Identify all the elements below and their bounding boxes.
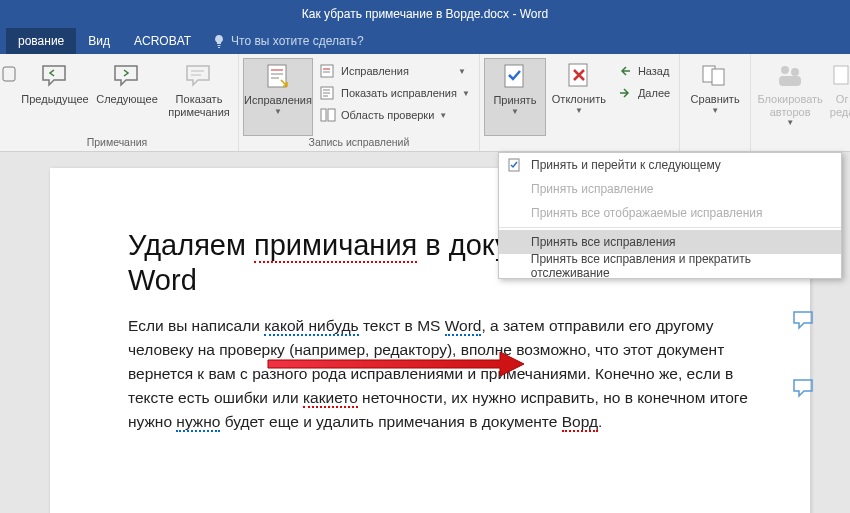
comment-prev-icon	[38, 61, 72, 91]
group-tracking: Исправления ▼ Исправления ▼ Показать исп…	[239, 54, 480, 151]
svg-point-21	[791, 68, 799, 76]
show-markup-icon	[320, 85, 336, 101]
tab-view[interactable]: Вид	[76, 28, 122, 54]
group-protect: Блокировать авторов ▼ Ог реда	[751, 54, 850, 151]
svg-rect-3	[268, 65, 286, 87]
label: Отклонить	[552, 93, 606, 106]
svg-rect-0	[3, 67, 15, 81]
window-title: Как убрать примечание в Ворде.docx - Wor…	[302, 7, 548, 21]
label: Сравнить	[691, 93, 740, 106]
accept-check-icon	[507, 157, 523, 173]
label: Блокировать авторов	[757, 93, 823, 118]
accept-button[interactable]: Принять ▼	[484, 58, 546, 136]
group-changes: Принять ▼ Отклонить ▼ Назад Далее	[480, 54, 680, 151]
back-arrow-icon	[617, 63, 633, 79]
svg-rect-22	[779, 76, 801, 86]
reject-icon	[562, 61, 596, 91]
accept-icon	[498, 62, 532, 92]
dropdown-caret-icon: ▼	[786, 118, 794, 127]
svg-rect-7	[321, 65, 333, 77]
show-comments-button[interactable]: Показать примечания	[164, 58, 234, 136]
chevron-down-icon: ▼	[462, 89, 470, 98]
show-comments-icon	[182, 61, 216, 91]
ribbon: Предыдущее Следующее Показать примечания…	[0, 54, 850, 152]
previous-change-button[interactable]: Назад	[612, 60, 675, 82]
comment-indicator-icon[interactable]	[792, 310, 816, 330]
tab-strip: рование Вид ACROBAT Что вы хотите сделат…	[0, 28, 850, 54]
dropdown-caret-icon: ▼	[511, 107, 519, 116]
restrict-editing-button[interactable]: Ог реда	[827, 58, 850, 136]
group-label	[484, 136, 675, 151]
lightbulb-icon	[213, 34, 225, 48]
tab-acrobat[interactable]: ACROBAT	[122, 28, 203, 54]
accept-and-next[interactable]: Принять и перейти к следующему	[499, 153, 841, 177]
dropdown-caret-icon: ▼	[575, 106, 583, 115]
compare-icon	[698, 61, 732, 91]
document-body: Если вы написали какой нибудь текст в MS…	[128, 314, 754, 434]
next-comment-button[interactable]: Следующее	[92, 58, 162, 136]
label: Принять	[493, 94, 536, 107]
track-changes-button[interactable]: Исправления ▼	[243, 58, 313, 136]
label: Ог реда	[829, 93, 850, 118]
accept-change: Принять исправление	[499, 177, 841, 201]
block-authors-button[interactable]: Блокировать авторов ▼	[755, 58, 825, 136]
label: Следующее	[96, 93, 158, 106]
group-comments: Предыдущее Следующее Показать примечания…	[0, 54, 239, 151]
label: Исправления	[244, 94, 312, 107]
accept-dropdown-menu: Принять и перейти к следующему Принять и…	[498, 152, 842, 279]
previous-comment-partial[interactable]	[0, 58, 18, 136]
track-changes-icon	[261, 62, 295, 92]
svg-rect-15	[328, 109, 335, 121]
reviewing-pane-button[interactable]: Область проверки ▼	[315, 104, 475, 126]
show-markup-button[interactable]: Показать исправления ▼	[315, 82, 475, 104]
reject-button[interactable]: Отклонить ▼	[548, 58, 610, 136]
group-label	[684, 136, 746, 151]
tell-me-search[interactable]: Что вы хотите сделать?	[203, 28, 374, 54]
block-authors-icon	[773, 61, 807, 91]
display-for-review[interactable]: Исправления ▼	[315, 60, 475, 82]
comment-next-icon	[110, 61, 144, 91]
group-label	[755, 136, 850, 151]
comment-indicator-icon[interactable]	[792, 378, 816, 398]
accept-all-shown: Принять все отображаемые исправления	[499, 201, 841, 225]
compare-button[interactable]: Сравнить ▼	[684, 58, 746, 136]
svg-rect-14	[321, 109, 326, 121]
dropdown-caret-icon: ▼	[274, 107, 282, 116]
previous-comment-button[interactable]: Предыдущее	[20, 58, 90, 136]
forward-arrow-icon	[617, 85, 633, 101]
label: Предыдущее	[21, 93, 88, 106]
reviewing-pane-icon	[320, 107, 336, 123]
chevron-down-icon: ▼	[458, 67, 466, 76]
tab-review[interactable]: рование	[6, 28, 76, 54]
display-review-icon	[320, 63, 336, 79]
svg-point-20	[781, 66, 789, 74]
group-compare: Сравнить ▼	[680, 54, 751, 151]
restrict-icon	[825, 61, 850, 91]
svg-rect-23	[834, 66, 848, 84]
menu-separator	[499, 227, 841, 228]
label: Показать примечания	[166, 93, 232, 118]
svg-rect-19	[712, 69, 724, 85]
titlebar: Как убрать примечание в Ворде.docx - Wor…	[0, 0, 850, 28]
accept-all-and-stop[interactable]: Принять все исправления и прекратить отс…	[499, 254, 841, 278]
group-label: Запись исправлений	[243, 136, 475, 151]
next-change-button[interactable]: Далее	[612, 82, 675, 104]
group-label: Примечания	[0, 136, 234, 151]
dropdown-caret-icon: ▼	[711, 106, 719, 115]
accept-all-changes[interactable]: Принять все исправления	[499, 230, 841, 254]
chevron-down-icon: ▼	[439, 111, 447, 120]
